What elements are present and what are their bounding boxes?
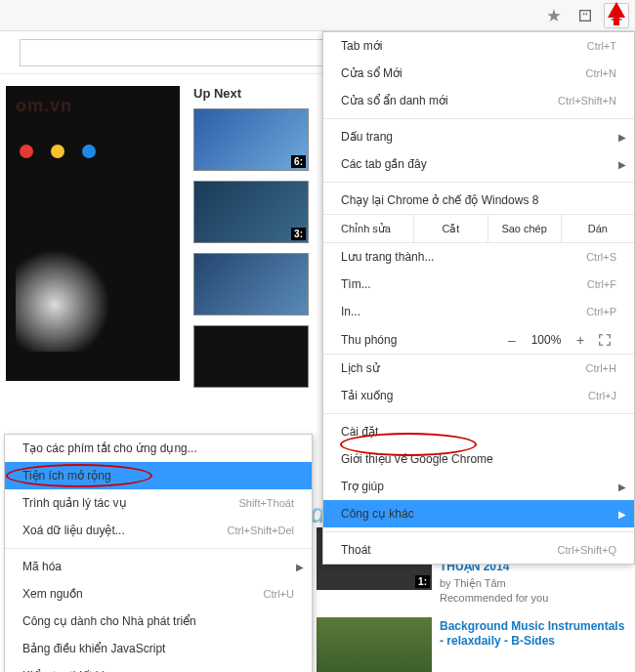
menu-about-chrome[interactable]: Giới thiệu về Google Chrome — [323, 445, 634, 473]
zoom-value: 100% — [525, 333, 568, 347]
edit-copy[interactable]: Sao chép — [488, 215, 562, 242]
decorative-dots — [20, 145, 96, 158]
video-frame-content — [16, 234, 113, 352]
menu-new-window[interactable]: Cửa sổ MớiCtrl+N — [323, 60, 634, 87]
brand-watermark: om.vn — [16, 96, 72, 116]
video-thumbnail[interactable] — [317, 617, 432, 672]
video-recommended-label: Recommended for you — [440, 592, 629, 604]
submenu-inspect-devices[interactable]: Kiểm tra thiết bị — [5, 662, 312, 672]
menu-relaunch-windows8[interactable]: Chạy lại Chrome ở chế độ Windows 8 — [323, 187, 634, 214]
menu-help[interactable]: Trợ giúp▶ — [323, 473, 634, 500]
submenu-create-shortcuts[interactable]: Tạo các phím tắt cho ứng dụng... — [5, 435, 312, 462]
video-thumbnail[interactable] — [193, 325, 309, 388]
submenu-clear-data[interactable]: Xoá dữ liệu duyệt...Ctrl+Shift+Del — [5, 517, 312, 544]
svg-rect-2 — [586, 13, 587, 15]
zoom-out-button[interactable]: – — [499, 332, 525, 348]
menu-save-page[interactable]: Lưu trang thành...Ctrl+S — [323, 243, 634, 271]
menu-downloads[interactable]: Tải xuốngCtrl+J — [323, 382, 634, 409]
fullscreen-icon[interactable] — [593, 333, 616, 347]
extension-icon[interactable] — [572, 3, 598, 28]
svg-rect-0 — [580, 10, 591, 21]
video-author: by Thiện Tâm — [440, 577, 629, 590]
more-tools-submenu: Tạo các phím tắt cho ứng dụng... Tiện íc… — [4, 434, 313, 672]
star-icon[interactable] — [541, 3, 567, 28]
menu-bookmarks[interactable]: Dấu trang▶ — [323, 123, 634, 150]
menu-incognito[interactable]: Cửa sổ ẩn danh mớiCtrl+Shift+N — [323, 87, 634, 114]
menu-more-tools[interactable]: Công cụ khác▶ — [323, 500, 634, 527]
menu-zoom-row: Thu phóng – 100% + — [323, 325, 634, 355]
zoom-label: Thu phóng — [341, 333, 499, 347]
video-info: Background Music Instrumentals - relaxda… — [440, 617, 629, 672]
menu-settings[interactable]: Cài đặt — [323, 418, 634, 445]
submenu-dev-tools[interactable]: Công cụ dành cho Nhà phát triển — [5, 608, 312, 635]
edit-cut[interactable]: Cắt — [414, 215, 487, 242]
edit-paste[interactable]: Dán — [562, 215, 634, 242]
submenu-task-manager[interactable]: Trình quản lý tác vụShift+Thoát — [5, 489, 312, 517]
submenu-encoding[interactable]: Mã hóa▶ — [5, 553, 312, 580]
video-title[interactable]: Background Music Instrumentals - relaxda… — [440, 619, 629, 650]
menu-history[interactable]: Lịch sửCtrl+H — [323, 355, 634, 382]
menu-new-tab[interactable]: Tab mớiCtrl+T — [323, 32, 634, 60]
browser-toolbar — [0, 0, 635, 31]
zoom-in-button[interactable]: + — [568, 332, 593, 348]
video-thumbnail[interactable] — [193, 253, 309, 315]
video-thumbnail[interactable]: 6: — [193, 108, 309, 171]
chrome-main-menu: Tab mớiCtrl+T Cửa sổ MớiCtrl+N Cửa sổ ẩn… — [322, 31, 635, 565]
menu-print[interactable]: In...Ctrl+P — [323, 298, 634, 325]
svg-rect-1 — [583, 13, 584, 15]
video-player[interactable]: om.vn — [6, 86, 180, 381]
menu-exit[interactable]: ThoátCtrl+Shift+Q — [323, 536, 634, 564]
menu-edit-row: Chỉnh sửa Cắt Sao chép Dán — [323, 214, 634, 243]
menu-recent-tabs[interactable]: Các tab gần đây▶ — [323, 150, 634, 178]
submenu-view-source[interactable]: Xem nguồnCtrl+U — [5, 580, 312, 608]
hamburger-menu-icon[interactable] — [604, 3, 629, 28]
edit-label: Chỉnh sửa — [323, 215, 414, 242]
submenu-extensions[interactable]: Tiện ích mở rộng — [5, 462, 312, 489]
video-thumbnail[interactable]: 3: — [193, 181, 309, 243]
submenu-js-console[interactable]: Bảng điều khiển JavaScript — [5, 635, 312, 662]
menu-find[interactable]: Tìm...Ctrl+F — [323, 271, 634, 298]
video-recommendation[interactable]: Background Music Instrumentals - relaxda… — [317, 617, 629, 672]
